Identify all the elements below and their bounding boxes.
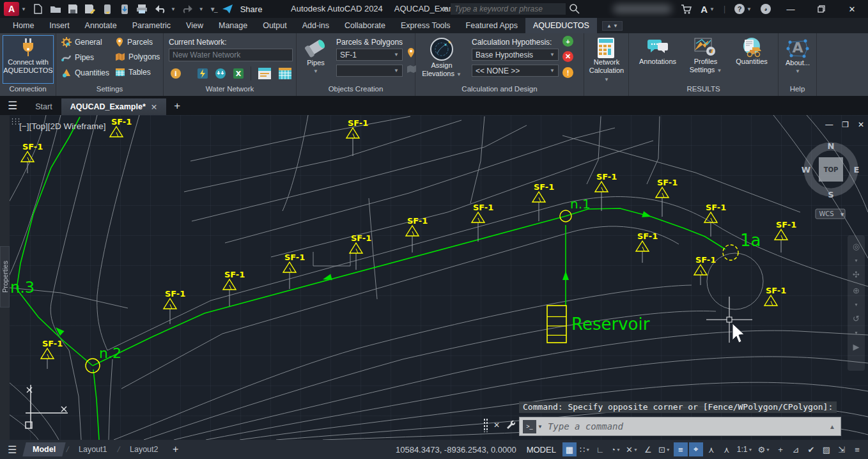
- isometric-drafting-icon[interactable]: ✕▼: [624, 442, 640, 456]
- ribbon-collapse-button[interactable]: ▲ ▼: [602, 21, 623, 31]
- drawing-close-icon[interactable]: ✕: [858, 120, 864, 129]
- navigation-wheel-icon[interactable]: ◎: [853, 242, 860, 251]
- open-from-web-icon[interactable]: [102, 3, 113, 15]
- create-parcel-icon[interactable]: [407, 47, 415, 59]
- settings-quantities-button[interactable]: Quantities: [61, 68, 109, 78]
- assign-elevations-button[interactable]: ✦ Assign Elevations ▼: [421, 35, 463, 84]
- drawing-status-icon[interactable]: ▨: [819, 442, 833, 456]
- tab-annotate[interactable]: Annotate: [77, 18, 125, 33]
- network-name-input[interactable]: New Water Network: [169, 49, 293, 61]
- annotation-scale-button[interactable]: 1:1▼: [735, 442, 755, 456]
- minimize-button[interactable]: —: [780, 1, 802, 17]
- qat-customize-icon[interactable]: ▼̲: [210, 6, 216, 13]
- dynamic-input-icon[interactable]: ⋏: [704, 442, 718, 456]
- isolate-objects-icon[interactable]: ⊿: [789, 442, 803, 456]
- settings-pipes-button[interactable]: Pipes: [61, 52, 94, 63]
- panel-label-objects-creation[interactable]: Objects Creation: [297, 85, 415, 95]
- save-to-web-icon[interactable]: [119, 3, 130, 15]
- about-button[interactable]: A About... ▼: [781, 35, 814, 84]
- layout-tab-layout2[interactable]: Layout2: [120, 442, 168, 456]
- command-input-bar[interactable]: >_ ▼ Type a command ▲: [519, 417, 841, 436]
- redo-dropdown-icon[interactable]: ▼: [199, 6, 204, 12]
- file-tab-document[interactable]: AQUCAD_Example* ✕: [61, 98, 167, 115]
- tab-home[interactable]: Home: [5, 18, 42, 33]
- drawing-restore-icon[interactable]: ❒: [842, 120, 849, 129]
- tab-view[interactable]: View: [178, 18, 211, 33]
- command-close-icon[interactable]: ✕: [493, 421, 500, 430]
- export-excel-icon[interactable]: X: [233, 68, 244, 79]
- drag-handle-icon[interactable]: [483, 418, 488, 432]
- tab-manage[interactable]: Manage: [211, 18, 255, 33]
- annotation-monitor-icon[interactable]: ✔: [804, 442, 818, 456]
- layout-tab-layout1[interactable]: Layout1: [68, 442, 117, 456]
- search-input[interactable]: [451, 3, 566, 15]
- tab-add-ins[interactable]: Add-ins: [295, 18, 337, 33]
- panel-label-connection[interactable]: Connection: [0, 85, 56, 95]
- model-space-button[interactable]: MODEL: [527, 445, 556, 455]
- panel-label-help[interactable]: Help: [779, 85, 816, 95]
- redo-icon[interactable]: [182, 3, 193, 15]
- properties-palette-tab[interactable]: Properties: [0, 246, 10, 307]
- close-icon[interactable]: ✕: [151, 102, 157, 112]
- close-button[interactable]: ✕: [841, 1, 863, 17]
- ortho-mode-icon[interactable]: ∟: [593, 442, 607, 456]
- palette-grip[interactable]: [11, 118, 20, 125]
- panel-label-results[interactable]: RESULTS: [629, 85, 778, 95]
- hypothesis-warning-icon[interactable]: !: [562, 67, 573, 78]
- drawing-minimize-icon[interactable]: —: [825, 120, 833, 129]
- connect-aqueductos-button[interactable]: Connect with AQUEDUCTOS: [3, 35, 54, 84]
- coordinates-readout[interactable]: 10584.3473, -8936.2543, 0.0000: [396, 445, 516, 455]
- object-snap-tracking-icon[interactable]: ∠: [641, 442, 655, 456]
- selection-cycling-icon[interactable]: ⌖: [689, 442, 703, 456]
- delete-hypothesis-icon[interactable]: ✕: [562, 51, 573, 62]
- parcel-type-dropdown[interactable]: SF-1▼: [336, 49, 403, 61]
- layout-menu-icon[interactable]: ☰: [8, 444, 17, 456]
- settings-tables-button[interactable]: Tables: [115, 68, 151, 77]
- orbit-icon[interactable]: ↺: [853, 314, 860, 323]
- add-status-icon[interactable]: +: [773, 442, 787, 456]
- plot-icon[interactable]: [136, 3, 148, 15]
- recent-commands-icon[interactable]: ▼: [538, 424, 543, 430]
- tab-express-tools[interactable]: Express Tools: [393, 18, 458, 33]
- tab-insert[interactable]: Insert: [42, 18, 77, 33]
- annotation-visibility-icon[interactable]: ⋏: [720, 442, 734, 456]
- showmotion-icon[interactable]: ▶: [853, 342, 860, 352]
- network-info-icon[interactable]: i: [170, 68, 182, 79]
- feedback-icon[interactable]: ◕: [761, 4, 771, 14]
- viewport-controls[interactable]: [−][Top][2D Wireframe]: [19, 121, 105, 131]
- help-icon[interactable]: ?▼: [734, 4, 752, 14]
- command-expand-icon[interactable]: ▲: [829, 423, 835, 430]
- share-icon[interactable]: [222, 3, 233, 15]
- settings-polygons-button[interactable]: Polygons: [115, 52, 160, 61]
- settings-parcels-button[interactable]: Parcels: [115, 37, 153, 47]
- pan-icon[interactable]: ✣: [853, 270, 860, 279]
- quantities-button[interactable]: Quantities: [730, 35, 773, 84]
- search-icon[interactable]: [569, 3, 580, 16]
- save-as-icon[interactable]: [84, 3, 96, 15]
- grid-display-icon[interactable]: ▦: [562, 442, 577, 456]
- zoom-icon[interactable]: ⊕: [853, 286, 860, 295]
- new-file-icon[interactable]: [33, 3, 44, 15]
- undo-dropdown-icon[interactable]: ▼: [171, 6, 176, 12]
- command-bar-grip[interactable]: ✕: [483, 418, 515, 432]
- workspace-switching-icon[interactable]: ⚙▼: [756, 442, 772, 456]
- command-input[interactable]: Type a command: [548, 421, 829, 432]
- save-icon[interactable]: [67, 3, 79, 15]
- new-layout-icon[interactable]: +: [173, 444, 178, 455]
- settings-general-button[interactable]: General: [61, 37, 102, 47]
- polar-tracking-icon[interactable]: ◔▼: [608, 442, 623, 456]
- autocad-logo[interactable]: A: [4, 2, 19, 16]
- network-report-icon[interactable]: [258, 67, 272, 80]
- drawing-canvas[interactable]: SF-1SF-1SF-1SF-1SF-1SF-1SF-1SF-1SF-1SF-1…: [0, 115, 868, 440]
- chevron-down-icon[interactable]: ▼: [21, 6, 26, 12]
- file-tabs-menu-icon[interactable]: ☰: [8, 99, 17, 113]
- add-hypothesis-icon[interactable]: +: [562, 36, 573, 47]
- navigation-bar[interactable]: ◎ ▾ ✣ ⊕ ▾ ↺ ▾ ▶: [848, 235, 865, 371]
- network-calc-quick-icon[interactable]: [197, 68, 208, 79]
- lineweight-icon[interactable]: ≡: [674, 442, 688, 456]
- open-folder-icon[interactable]: [50, 3, 61, 15]
- undo-icon[interactable]: [153, 3, 165, 15]
- account-name-blurred[interactable]: [613, 4, 672, 13]
- annotations-button[interactable]: Annotations: [634, 35, 681, 84]
- layout-tab-model[interactable]: Model: [23, 442, 66, 456]
